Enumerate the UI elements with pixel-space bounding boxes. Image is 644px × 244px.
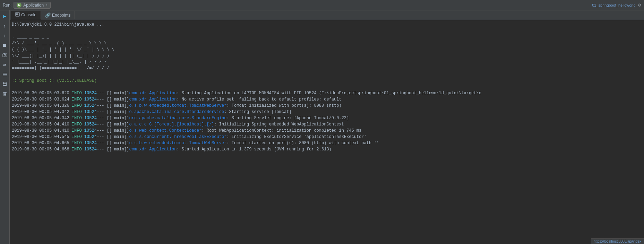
sidebar-run-icon[interactable]: ▶ xyxy=(1,12,9,20)
log-message: : Root WebApplicationContext: initializa… xyxy=(201,128,361,134)
log-timestamp: 2019-08-30 00:05:03.624 xyxy=(12,96,69,103)
ascii-art-0: . ____ _ __ _ _ xyxy=(10,34,644,40)
log-line-9: 2019-08-30 00:05:04.668 INFO 10524 --- [… xyxy=(10,146,644,152)
log-class: o.a.c.c.C.[Tomcat].[localhost].[/] xyxy=(129,121,214,128)
log-line-0: 2019-08-30 00:05:03.620 INFO 10524 --- [… xyxy=(10,90,644,96)
log-lines-container: 2019-08-30 00:05:03.620 INFO 10524 --- [… xyxy=(10,90,644,152)
console-output[interactable]: D:\Java\jdk1.8.0_221\bin\java.exe ... . … xyxy=(10,20,644,244)
log-line-8: 2019-08-30 00:05:04.665 INFO 10524 --- [… xyxy=(10,140,644,146)
log-thread: [ main] xyxy=(109,109,127,115)
log-sep: --- [ xyxy=(97,96,109,103)
log-level: INFO xyxy=(72,146,82,152)
log-class: o.s.s.concurrent.ThreadPoolTaskExecutor xyxy=(129,134,227,140)
log-level: INFO xyxy=(72,140,82,146)
tab-endpoints[interactable]: 🔗 Endpoints xyxy=(41,11,75,19)
log-bracket: ] xyxy=(127,109,129,115)
status-url: https://localhost:8080/api/index xyxy=(594,239,641,243)
tab-console[interactable]: Console xyxy=(11,11,41,20)
sidebar-scroll-up[interactable]: ↑ xyxy=(1,22,9,30)
log-thread: [ main] xyxy=(109,140,127,146)
log-pid: 10524 xyxy=(84,128,97,134)
log-bracket: ] xyxy=(127,103,129,109)
log-thread: [ main] xyxy=(109,146,127,152)
log-message: : Initializing ExecutorService 'applicat… xyxy=(226,134,366,140)
endpoints-tab-icon: 🔗 xyxy=(45,12,51,18)
blank-line-2 xyxy=(10,71,644,78)
svg-rect-4 xyxy=(4,53,5,54)
top-bar: Run: Application × 01_springboot_hellowo… xyxy=(0,0,644,10)
log-bracket: ] xyxy=(127,115,129,121)
log-sep: --- [ xyxy=(97,109,109,115)
ascii-art-5: =========|_|==============|___/=/_/_/_/ xyxy=(10,65,644,71)
log-pid: 10524 xyxy=(84,115,97,121)
log-level: INFO xyxy=(72,103,82,109)
log-message: : Starting Application on LAPTOP-MDKNAFS… xyxy=(177,90,481,96)
app-run-icon xyxy=(17,3,22,8)
log-level: INFO xyxy=(72,90,82,96)
log-thread: [ main] xyxy=(109,96,127,103)
breadcrumb-right: 01_springboot_helloworld xyxy=(592,3,635,7)
console-tab-icon xyxy=(15,12,20,18)
log-class: com.xdr.Application xyxy=(129,90,177,96)
settings-icon[interactable]: ⚙ xyxy=(638,2,641,8)
log-thread: [ main] xyxy=(109,128,127,134)
log-pid: 10524 xyxy=(84,96,97,103)
app-tab-close[interactable]: × xyxy=(45,3,48,7)
log-timestamp: 2019-08-30 00:05:04.342 xyxy=(12,109,69,115)
sidebar: ▶ ↑ ↓ ⏹ ⇄ xyxy=(0,10,10,244)
log-line-1: 2019-08-30 00:05:03.624 INFO 10524 --- [… xyxy=(10,96,644,103)
sidebar-stop-icon[interactable]: ⏹ xyxy=(1,42,9,49)
log-timestamp: 2019-08-30 00:05:04.342 xyxy=(12,115,69,121)
spring-boot-text: :: Spring Boot :: (v2.1.7.RELEASE) xyxy=(12,78,97,84)
log-level: INFO xyxy=(72,109,82,115)
sidebar-reload-icon[interactable]: ⇄ xyxy=(1,61,9,69)
log-pid: 10524 xyxy=(84,109,97,115)
log-line-3: 2019-08-30 00:05:04.342 INFO 10524 --- [… xyxy=(10,109,644,115)
java-cmd-line: D:\Java\jdk1.8.0_221\bin\java.exe ... xyxy=(10,21,644,28)
application-tab[interactable]: Application × xyxy=(14,2,51,9)
log-message: : Starting Servlet engine: [Apache Tomca… xyxy=(226,115,349,121)
sidebar-print-icon[interactable] xyxy=(1,80,9,88)
blank-line-1 xyxy=(10,28,644,34)
log-message: : Tomcat started on port(s): 8080 (http)… xyxy=(226,140,379,146)
log-class: o.s.b.w.embedded.tomcat.TomcatWebServer xyxy=(129,103,227,109)
log-thread: [ main] xyxy=(109,103,127,109)
log-message: : Tomcat initialized with port(s): 8080 … xyxy=(226,103,341,109)
main-container: ▶ ↑ ↓ ⏹ ⇄ xyxy=(0,10,644,244)
log-pid: 10524 xyxy=(84,146,97,152)
log-timestamp: 2019-08-30 00:05:04.410 xyxy=(12,128,69,134)
log-level: INFO xyxy=(72,96,82,103)
log-message: : No active profile set, falling back to… xyxy=(177,96,341,103)
log-level: INFO xyxy=(72,121,82,128)
log-bracket: ] xyxy=(127,96,129,103)
sidebar-scroll-down[interactable]: ↓ xyxy=(1,32,9,40)
svg-rect-10 xyxy=(3,85,6,86)
svg-point-3 xyxy=(4,54,6,56)
run-panel: Console 🔗 Endpoints D:\Java\jdk1.8.0_221… xyxy=(10,10,644,244)
log-bracket: ] xyxy=(127,146,129,152)
log-line-2: 2019-08-30 00:05:04.326 INFO 10524 --- [… xyxy=(10,103,644,109)
log-class: com.xdr.Application xyxy=(129,146,177,152)
log-sep: --- [ xyxy=(97,140,109,146)
sidebar-delete-icon[interactable] xyxy=(1,90,9,98)
log-pid: 10524 xyxy=(84,90,97,96)
ascii-art-2: ( ( )\___ | '_ | '_| | '_ \/ _` | \ \ \ … xyxy=(10,46,644,53)
tabs-bar: Console 🔗 Endpoints xyxy=(10,10,644,20)
log-line-7: 2019-08-30 00:05:04.545 INFO 10524 --- [… xyxy=(10,134,644,140)
sidebar-list-icon[interactable] xyxy=(1,71,9,78)
log-level: INFO xyxy=(72,134,82,140)
endpoints-tab-label: Endpoints xyxy=(52,13,70,18)
log-class: o.s.b.w.embedded.tomcat.TomcatWebServer xyxy=(129,140,227,146)
svg-rect-2 xyxy=(3,54,7,57)
console-tab-label: Console xyxy=(21,12,36,17)
top-bar-right: 01_springboot_helloworld ⚙ xyxy=(592,2,641,8)
svg-point-11 xyxy=(6,84,6,85)
sidebar-camera-icon[interactable] xyxy=(1,51,9,59)
log-pid: 10524 xyxy=(84,140,97,146)
log-message: : Starting service [Tomcat] xyxy=(224,109,291,115)
log-message: : Started Application in 1.379 seconds (… xyxy=(177,146,331,152)
ascii-art-3: \\/ ___)| |_)| | | | | || (_| | ) ) ) ) xyxy=(10,53,644,59)
log-pid: 10524 xyxy=(84,134,97,140)
log-thread: [ main] xyxy=(109,115,127,121)
log-line-5: 2019-08-30 00:05:04.410 INFO 10524 --- [… xyxy=(10,121,644,128)
